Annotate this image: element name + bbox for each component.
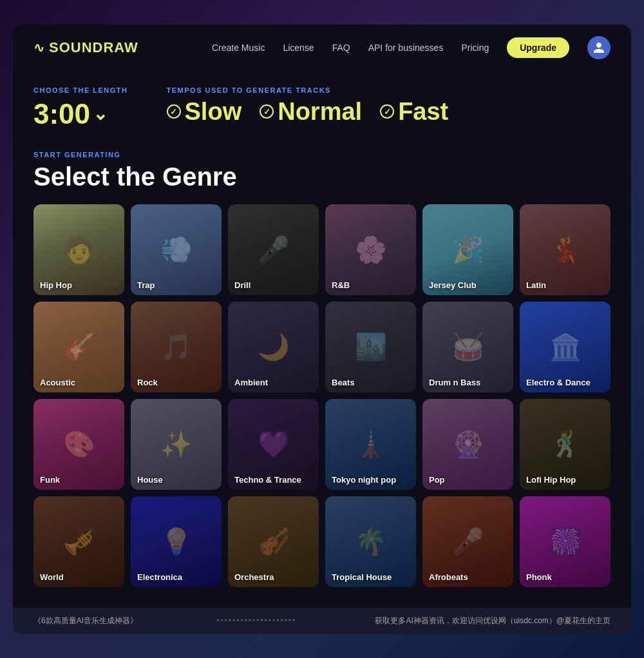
genre-card-lofihiphop[interactable]: 🕺Lofi Hip Hop xyxy=(520,399,611,490)
genre-card-label-afrobeats: Afrobeats xyxy=(429,572,468,582)
user-avatar[interactable] xyxy=(587,36,611,59)
genre-card-label-drill: Drill xyxy=(234,280,251,290)
genre-card-afrobeats[interactable]: 🎤Afrobeats xyxy=(422,496,513,587)
nav-license[interactable]: License xyxy=(283,43,314,53)
controls-section: CHOOSE THE LENGTH 3:00 ⌄ TEMPOS USED TO … xyxy=(33,86,611,130)
genre-card-label-ambient: Ambient xyxy=(234,378,268,387)
logo: ∿ SOUNDRAW xyxy=(33,39,138,56)
nav-create-music[interactable]: Create Music xyxy=(212,43,265,53)
genre-card-phonk[interactable]: 🎆Phonk xyxy=(520,496,611,587)
length-control[interactable]: 3:00 ⌄ xyxy=(33,98,128,130)
genre-card-drill[interactable]: 🎤Drill xyxy=(228,204,319,295)
tempo-normal-label: Normal xyxy=(278,98,362,126)
genre-card-acoustic[interactable]: 🎸Acoustic xyxy=(33,302,124,392)
length-label: CHOOSE THE LENGTH xyxy=(33,86,128,94)
navbar: ∿ SOUNDRAW Create Music License FAQ API … xyxy=(13,24,631,71)
genre-card-label-lofihiphop: Lofi Hip Hop xyxy=(526,475,576,485)
genre-card-trap[interactable]: 💨Trap xyxy=(131,204,222,295)
tempo-slow-label: Slow xyxy=(185,98,242,126)
genre-card-label-electronica: Electronica xyxy=(137,572,182,582)
genre-card-label-drumnbass: Drum n Bass xyxy=(429,378,480,387)
genre-card-label-house: House xyxy=(137,475,163,485)
genre-card-hiphop[interactable]: 🧑Hip Hop xyxy=(33,204,124,295)
tempo-slow[interactable]: ✓ Slow xyxy=(167,98,242,126)
genre-card-world[interactable]: 🎺World xyxy=(33,496,124,587)
main-content: CHOOSE THE LENGTH 3:00 ⌄ TEMPOS USED TO … xyxy=(13,71,631,608)
nav-pricing[interactable]: Pricing xyxy=(461,43,489,53)
tempo-normal-check: ✓ xyxy=(260,104,274,119)
tempo-fast-label: Fast xyxy=(398,98,448,126)
genre-card-funk[interactable]: 🎨Funk xyxy=(33,399,124,490)
genre-card-label-jerseyclub: Jersey Club xyxy=(429,280,477,290)
genre-card-label-world: World xyxy=(40,572,64,582)
tempo-options: ✓ Slow ✓ Normal ✓ Fast xyxy=(167,98,611,126)
nav-api[interactable]: API for businesses xyxy=(368,43,444,53)
length-value-text: 3:00 xyxy=(33,98,90,130)
tempo-normal[interactable]: ✓ Normal xyxy=(260,98,362,126)
genre-card-label-phonk: Phonk xyxy=(526,572,552,582)
genre-card-tokyonightpop[interactable]: 🗼Tokyo night pop xyxy=(325,399,416,490)
genre-card-rnb[interactable]: 🌸R&B xyxy=(325,204,416,295)
nav-links: Create Music License FAQ API for busines… xyxy=(212,36,611,59)
genre-card-label-pop: Pop xyxy=(429,475,445,485)
genre-card-label-orchestra: Orchestra xyxy=(234,572,274,582)
genre-card-label-rock: Rock xyxy=(137,378,158,387)
genre-card-tropicalhouse[interactable]: 🌴Tropical House xyxy=(325,496,416,587)
genre-grid: 🧑Hip Hop💨Trap🎤Drill🌸R&B🎉Jersey Club💃Lati… xyxy=(33,204,611,587)
genre-card-label-hiphop: Hip Hop xyxy=(40,280,72,290)
genre-card-label-trap: Trap xyxy=(137,280,155,290)
nav-faq[interactable]: FAQ xyxy=(332,43,350,53)
footer: 《6款高质量AI音乐生成神器》 •••••••••••••••••••• 获取更… xyxy=(13,608,631,634)
genre-card-technotrance[interactable]: 💜Techno & Trance xyxy=(228,399,319,490)
genre-card-label-funk: Funk xyxy=(40,475,60,485)
genre-card-rock[interactable]: 🎵Rock xyxy=(131,302,222,392)
tempo-fast-check: ✓ xyxy=(380,104,394,119)
length-section: CHOOSE THE LENGTH 3:00 ⌄ xyxy=(33,86,128,130)
genre-section: START GENERATING Select the Genre 🧑Hip H… xyxy=(33,151,611,587)
genre-card-jerseyclub[interactable]: 🎉Jersey Club xyxy=(422,204,513,295)
genre-card-pop[interactable]: 🎡Pop xyxy=(422,399,513,490)
tempo-fast[interactable]: ✓ Fast xyxy=(380,98,448,126)
genre-card-label-rnb: R&B xyxy=(332,280,350,290)
genre-card-beats[interactable]: 🏙️Beats xyxy=(325,302,416,392)
footer-right: 获取更多AI神器资讯，欢迎访问优设网（uisdc.com）@夏花生的主页 xyxy=(375,615,611,626)
start-generating-label: START GENERATING xyxy=(33,151,611,159)
app-container: ∿ SOUNDRAW Create Music License FAQ API … xyxy=(13,24,631,634)
genre-card-label-tropicalhouse: Tropical House xyxy=(332,572,392,582)
genre-card-label-latin: Latin xyxy=(526,280,546,290)
logo-wave: ∿ xyxy=(33,40,45,55)
genre-card-latin[interactable]: 💃Latin xyxy=(520,204,611,295)
genre-card-orchestra[interactable]: 🎻Orchestra xyxy=(228,496,319,587)
genre-card-label-technotrance: Techno & Trance xyxy=(234,475,301,485)
tempo-section: TEMPOS USED TO GENERATE TRACKS ✓ Slow ✓ … xyxy=(167,86,611,126)
genre-card-house[interactable]: ✨House xyxy=(131,399,222,490)
genre-card-label-beats: Beats xyxy=(332,378,354,387)
upgrade-button[interactable]: Upgrade xyxy=(507,37,569,58)
genre-card-electronica[interactable]: 💡Electronica xyxy=(131,496,222,587)
logo-text: SOUNDRAW xyxy=(49,39,138,56)
length-chevron-icon: ⌄ xyxy=(93,103,108,124)
genre-card-electrodance[interactable]: 🏛️Electro & Dance xyxy=(520,302,611,392)
footer-middle: •••••••••••••••••••• xyxy=(216,616,296,625)
genre-card-label-tokyonightpop: Tokyo night pop xyxy=(332,475,396,485)
footer-left: 《6款高质量AI音乐生成神器》 xyxy=(33,615,138,626)
tempo-slow-check: ✓ xyxy=(167,104,181,119)
genre-card-label-electrodance: Electro & Dance xyxy=(526,378,591,387)
tempo-label: TEMPOS USED TO GENERATE TRACKS xyxy=(167,86,611,94)
genre-card-ambient[interactable]: 🌙Ambient xyxy=(228,302,319,392)
genre-card-label-acoustic: Acoustic xyxy=(40,378,75,387)
genre-card-drumnbass[interactable]: 🥁Drum n Bass xyxy=(422,302,513,392)
genre-section-title: Select the Genre xyxy=(33,162,611,191)
